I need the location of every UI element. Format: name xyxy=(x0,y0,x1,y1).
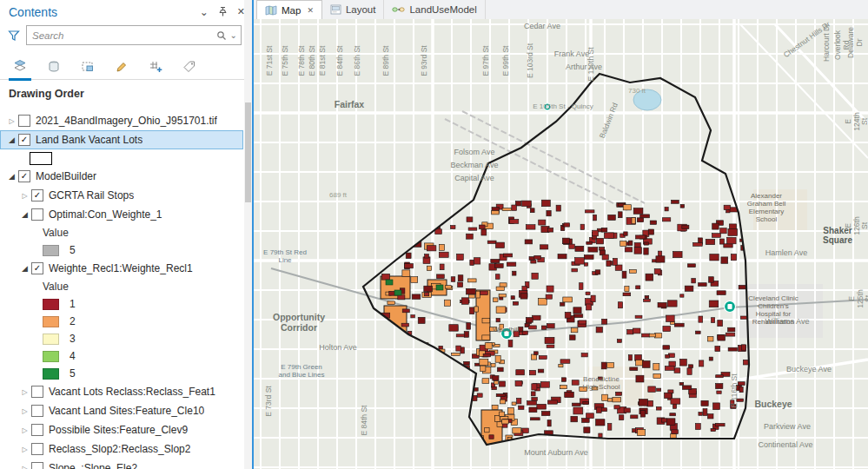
legend-field-label: Value xyxy=(43,281,69,293)
layer-label: ModelBuilder xyxy=(36,170,96,182)
layer-checkbox[interactable] xyxy=(31,462,43,469)
expander-collapsed-icon[interactable]: ▷ xyxy=(18,465,31,469)
scrollbar-thumb[interactable] xyxy=(245,102,251,202)
legend-value-label: 1 xyxy=(70,298,76,310)
legend-row: 3 xyxy=(0,330,243,347)
legend-value-label: 5 xyxy=(70,367,76,380)
basemap xyxy=(254,19,868,469)
layer-label: Optimal:Con_Weighte_1 xyxy=(49,208,162,221)
legend-row: 5 xyxy=(0,365,243,382)
layout-view-icon xyxy=(330,4,341,15)
legend-swatch xyxy=(43,334,59,345)
layer-label: Land Bank Vacant Lots xyxy=(36,134,142,146)
legend-value-label: 5 xyxy=(70,244,76,256)
map-view-icon xyxy=(265,5,277,16)
filter-icon[interactable] xyxy=(7,29,21,43)
layer-row[interactable]: ◢✓ModelBuilder xyxy=(0,167,243,186)
search-input[interactable] xyxy=(27,30,216,41)
layer-label: 2021_4BandImagery_Ohio_J951701.tif xyxy=(36,115,217,127)
pin-icon[interactable] xyxy=(217,6,229,17)
expander-collapsed-icon[interactable]: ▷ xyxy=(18,446,31,453)
legend-swatch xyxy=(43,245,59,256)
search-dropdown-icon[interactable]: ⌄ xyxy=(230,30,237,40)
expander-expanded-icon[interactable]: ◢ xyxy=(5,135,18,144)
layer-row[interactable]: ▷✓GCRTA Rail Stops xyxy=(0,186,243,205)
list-by-selection-icon[interactable] xyxy=(76,55,99,79)
pane-title: Contents xyxy=(9,5,200,19)
layer-label: Vacant Land Sites:Feature_Cle10 xyxy=(49,405,204,417)
layer-label: GCRTA Rail Stops xyxy=(49,189,134,201)
expander-expanded-icon[interactable]: ◢ xyxy=(5,172,18,181)
tab-map[interactable]: Map ✕ xyxy=(256,0,322,19)
value-header-row: Value xyxy=(0,278,243,295)
search-row: ⌄ xyxy=(0,23,252,49)
expander-expanded-icon[interactable]: ◢ xyxy=(18,264,31,273)
close-tab-icon[interactable]: ✕ xyxy=(307,6,314,15)
layer-label: Possibile Sites:Feature_Clev9 xyxy=(49,424,188,436)
layer-row[interactable]: ▷2021_4BandImagery_Ohio_J951701.tif xyxy=(0,111,243,130)
layer-row[interactable]: ▷Vacant Land Sites:Feature_Cle10 xyxy=(0,401,243,420)
search-box[interactable]: ⌄ xyxy=(26,25,242,45)
layer-row[interactable]: ◢✓Land Bank Vacant Lots xyxy=(0,130,243,149)
search-icon[interactable] xyxy=(216,30,227,41)
tab-layout-label: Layout xyxy=(346,4,376,15)
list-by-snapping-icon[interactable] xyxy=(144,55,167,79)
layer-checkbox[interactable]: ✓ xyxy=(31,189,43,201)
layer-tree: ▷2021_4BandImagery_Ohio_J951701.tif◢✓Lan… xyxy=(0,111,243,469)
layer-checkbox[interactable] xyxy=(31,424,43,436)
layer-label: Slope_:Slope_Ele2 xyxy=(49,462,137,469)
layer-label: Vacant Lots Reclass:Reclass_Feat1 xyxy=(49,386,215,398)
contents-scrollbar[interactable] xyxy=(244,0,252,469)
layer-row[interactable]: ◢Optimal:Con_Weighte_1 xyxy=(0,205,243,224)
legend-swatch xyxy=(43,351,59,362)
legend-swatch xyxy=(43,368,59,380)
view-tabbar: Map ✕ Layout LandUseModel xyxy=(254,0,868,20)
legend-row: 2 xyxy=(0,313,243,330)
tab-landusemodel-label: LandUseModel xyxy=(409,4,476,15)
legend-row: 5 xyxy=(0,241,243,259)
layer-row[interactable]: ▷Reclass_Slop2:Reclass_Slop2 xyxy=(0,439,243,459)
layer-checkbox[interactable] xyxy=(18,115,30,127)
legend-value-label: 2 xyxy=(70,315,76,327)
layer-row[interactable]: ▷Vacant Lots Reclass:Reclass_Feat1 xyxy=(0,382,243,401)
list-by-labeling-icon[interactable] xyxy=(178,55,201,79)
layer-row[interactable]: ◢✓Weighte_Recl1:Weighte_Recl1 xyxy=(0,259,243,278)
list-by-data-source-icon[interactable] xyxy=(43,55,65,79)
arcgis-pro-window: Contents ⌄ ✕ ⌄ xyxy=(0,0,868,469)
chevron-down-icon[interactable]: ⌄ xyxy=(200,6,209,18)
expander-collapsed-icon[interactable]: ▷ xyxy=(5,117,18,125)
layer-checkbox[interactable] xyxy=(31,405,43,417)
layer-label: Reclass_Slop2:Reclass_Slop2 xyxy=(49,443,190,455)
layer-label: Weighte_Recl1:Weighte_Recl1 xyxy=(49,262,193,274)
symbol-row xyxy=(0,149,243,167)
drawing-order-heading: Drawing Order xyxy=(0,80,252,105)
list-by-drawing-order-icon[interactable] xyxy=(9,54,31,81)
expander-collapsed-icon[interactable]: ▷ xyxy=(18,426,31,434)
legend-row: 4 xyxy=(0,347,243,365)
legend-swatch xyxy=(43,299,59,310)
layer-checkbox[interactable] xyxy=(31,443,43,455)
model-view-icon xyxy=(392,4,405,15)
layer-row[interactable]: ▷Slope_:Slope_Ele2 xyxy=(0,459,243,469)
list-by-editing-icon[interactable] xyxy=(110,55,133,79)
layer-symbol-swatch[interactable] xyxy=(30,152,52,165)
layer-checkbox[interactable]: ✓ xyxy=(18,134,30,146)
tab-map-label: Map xyxy=(282,5,301,16)
map-view[interactable]: Cedar AveFrank AveArthur AveE 105th St -… xyxy=(254,19,868,469)
legend-field-label: Value xyxy=(43,227,69,239)
expander-collapsed-icon[interactable]: ▷ xyxy=(18,192,31,200)
layer-row[interactable]: ▷Possibile Sites:Feature_Clev9 xyxy=(0,420,243,439)
map-stage: Map ✕ Layout LandUseModel xyxy=(254,0,868,469)
expander-collapsed-icon[interactable]: ▷ xyxy=(18,407,31,415)
tab-landusemodel[interactable]: LandUseModel xyxy=(384,0,485,19)
contents-toolbar xyxy=(0,49,252,80)
layer-checkbox[interactable] xyxy=(31,386,43,398)
value-header-row: Value xyxy=(0,224,243,241)
layer-checkbox[interactable] xyxy=(31,208,43,221)
expander-expanded-icon[interactable]: ◢ xyxy=(18,210,31,219)
layer-checkbox[interactable]: ✓ xyxy=(18,170,30,182)
expander-collapsed-icon[interactable]: ▷ xyxy=(18,388,31,396)
layer-checkbox[interactable]: ✓ xyxy=(31,262,43,274)
tab-layout[interactable]: Layout xyxy=(322,0,385,19)
contents-pane: Contents ⌄ ✕ ⌄ xyxy=(0,0,254,469)
